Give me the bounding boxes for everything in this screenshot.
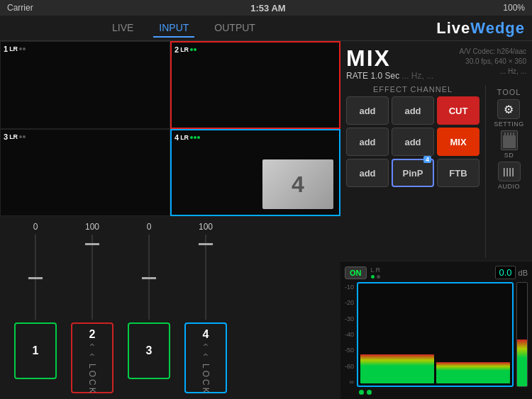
fader-panel: 0 1 100 2 ⌃ ⌃: [0, 216, 340, 399]
video-cell-2[interactable]: 2 LR: [170, 41, 340, 129]
mix-info: A/V Codec: h264/aac 30.0 fps, 640 × 360 …: [459, 47, 526, 77]
fader-3-number: 3: [146, 344, 153, 357]
svg-rect-2: [507, 133, 509, 138]
fader-4-value: 100: [199, 222, 213, 232]
vu-bottom-indicators: [345, 390, 528, 395]
status-bar: Carrier 1:53 AM 100%: [0, 0, 532, 16]
battery-indicator: 100%: [503, 3, 525, 13]
cell-1-dots: [19, 47, 26, 50]
dot: [19, 135, 22, 138]
video-cell-4[interactable]: 4 LR 4: [170, 129, 340, 217]
scale-label-2: -30: [345, 315, 354, 322]
svg-rect-1: [504, 133, 506, 137]
tool-title: TOOL: [497, 88, 521, 96]
vu-bar-right: [436, 362, 510, 383]
effect-btn-add-3[interactable]: add: [346, 128, 389, 156]
fader-2-track[interactable]: [92, 235, 93, 320]
effect-btn-add-2[interactable]: add: [392, 96, 434, 125]
effect-btn-add-4[interactable]: add: [392, 128, 434, 156]
svg-rect-3: [510, 133, 511, 137]
gear-icon: ⚙: [497, 99, 520, 119]
fader-4-track[interactable]: [205, 235, 206, 320]
tab-output[interactable]: OUTPUT: [209, 19, 261, 38]
fader-4-box[interactable]: 4 ⌃ ⌃ LOCK: [184, 322, 227, 393]
fader-1-value: 0: [33, 222, 38, 232]
fader-4-number: 4: [203, 328, 209, 341]
scale-label-5: -60: [345, 363, 354, 370]
vu-header-row: ON LR 0.0 dB: [345, 266, 528, 279]
scale-label-4: -50: [345, 347, 354, 354]
effect-btn-add-1[interactable]: add: [346, 96, 389, 125]
fader-1-number: 1: [33, 344, 39, 357]
scale-label-6: ∞: [345, 378, 354, 386]
lock-chevrons-2: ⌃ ⌃: [88, 342, 96, 362]
lock-label-2: LOCK: [87, 364, 97, 395]
effect-btn-cut[interactable]: CUT: [437, 96, 480, 125]
indicator-dot-green-1: [359, 390, 364, 395]
vu-master-bar: [516, 282, 528, 387]
codec-info: A/V Codec: h264/aac: [459, 47, 526, 57]
vu-scale: -10 -20 -30 -40 -50 -60 ∞: [345, 282, 354, 387]
effect-btn-pinp[interactable]: 4 PinP: [392, 159, 434, 187]
fader-3-column: 0 3: [121, 222, 177, 379]
chevron-up-2: ⌃: [88, 352, 96, 362]
vu-meter-section: ON LR 0.0 dB: [340, 261, 532, 399]
fader-3-box[interactable]: 3: [128, 322, 170, 379]
lr-indicators: LR: [371, 266, 381, 279]
fader-3-handle[interactable]: [142, 277, 156, 279]
l-dot: [371, 275, 375, 279]
video-cell-3[interactable]: 3 LR: [0, 129, 170, 217]
effect-grid: add add CUT add add MIX add 4 PinP FTB: [346, 96, 480, 187]
svg-rect-4: [513, 133, 514, 138]
effect-btn-mix[interactable]: MIX: [437, 128, 480, 156]
fader-3-track[interactable]: [148, 235, 150, 320]
effect-channel: EFFECT CHANNEL add add CUT add add MIX a…: [340, 85, 485, 258]
scale-label-3: -40: [345, 331, 354, 338]
setting-button[interactable]: ⚙ SETTING: [494, 99, 524, 128]
effect-btn-add-5[interactable]: add: [346, 159, 389, 187]
top-navigation: LIVE INPUT OUTPUT LiveWedge: [0, 16, 532, 41]
audio-button[interactable]: |||| AUDIO: [498, 162, 521, 190]
fader-4-handle[interactable]: [199, 243, 213, 245]
audio-label: AUDIO: [498, 183, 520, 190]
effect-tool-row: EFFECT CHANNEL add add CUT add add MIX a…: [340, 82, 532, 261]
fader-1-track[interactable]: [35, 235, 36, 320]
setting-label: SETTING: [494, 120, 524, 128]
fader-1-handle[interactable]: [28, 277, 43, 279]
time-display: 1:53 AM: [250, 3, 285, 13]
chevron-up-4: ⌃: [201, 342, 210, 352]
sd-button[interactable]: SD: [501, 130, 518, 159]
video-cell-1[interactable]: 1 LR: [0, 41, 170, 129]
effect-btn-ftb[interactable]: FTB: [437, 159, 480, 187]
vu-on-button[interactable]: ON: [345, 266, 367, 279]
vu-on-lr: ON LR: [345, 266, 380, 279]
cell-3-label: 3 LR: [4, 133, 26, 141]
vu-stereo-bars: [357, 282, 514, 387]
cell-2-dots: [190, 48, 196, 51]
cell-4-label: 4 LR: [174, 133, 200, 142]
r-dot: [377, 275, 380, 279]
sd-icon: [501, 130, 518, 150]
dot: [190, 48, 193, 51]
fader-2-number: 2: [89, 328, 96, 341]
indicator-dot-green-2: [367, 390, 372, 395]
hz-info: ... Hz, ...: [459, 67, 526, 77]
vu-meter-display: -10 -20 -30 -40 -50 -60 ∞: [345, 282, 528, 387]
fps-info: 30.0 fps, 640 × 360: [459, 57, 526, 67]
mix-header: MIX RATE 1.0 Sec ... Hz, ... A/V Codec: …: [340, 41, 532, 82]
cell-4-preview: 4: [262, 159, 333, 209]
cell-2-label: 2 LR: [174, 45, 196, 54]
fader-2-handle[interactable]: [85, 243, 99, 245]
fader-2-value: 100: [85, 222, 99, 232]
mix-title: MIX: [346, 47, 433, 69]
dot: [194, 48, 196, 51]
tab-input[interactable]: INPUT: [153, 19, 194, 38]
db-unit: dB: [519, 269, 528, 277]
tab-live[interactable]: LIVE: [106, 19, 139, 38]
fader-2-box[interactable]: 2 ⌃ ⌃ LOCK: [71, 322, 113, 393]
pinp-badge: 4: [423, 156, 431, 163]
fader-1-box[interactable]: 1: [14, 322, 57, 379]
fader-4-column: 100 4 ⌃ ⌃ LOCK: [177, 222, 234, 393]
tool-section: TOOL ⚙ SETTING: [485, 85, 532, 258]
vu-bar-left: [360, 354, 434, 383]
